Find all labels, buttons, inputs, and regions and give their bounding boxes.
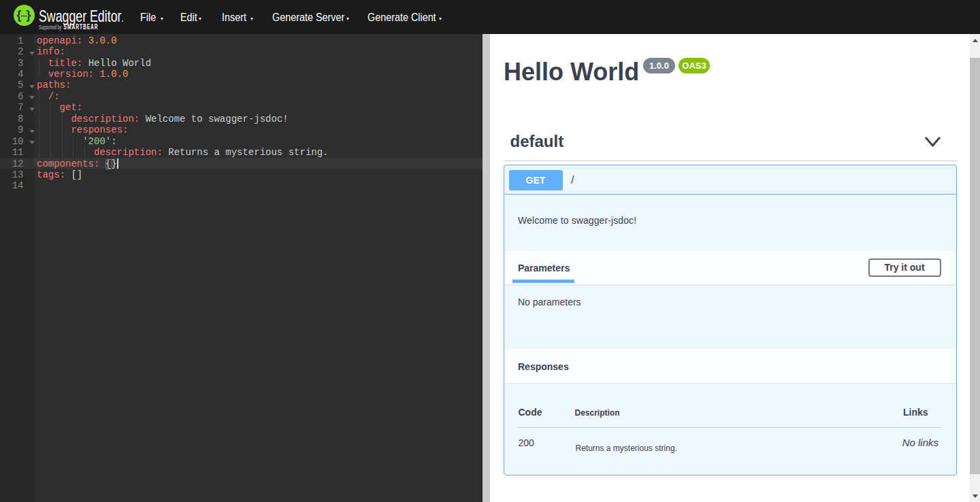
svg-text:{: { [17, 8, 22, 22]
svg-text:}: } [26, 8, 31, 22]
